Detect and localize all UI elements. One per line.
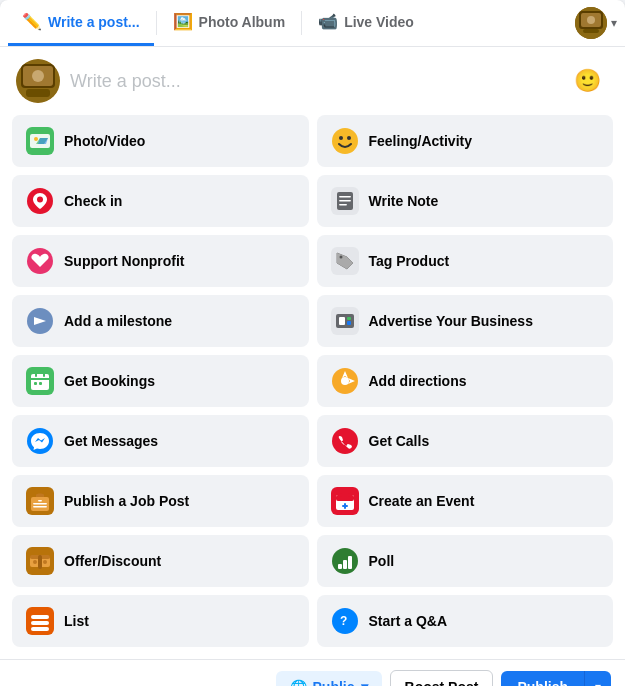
tab-divider-2 [301, 11, 302, 35]
svg-rect-73 [31, 627, 49, 631]
get-messages-icon [26, 427, 54, 455]
svg-rect-72 [31, 621, 49, 625]
svg-rect-71 [31, 615, 49, 619]
action-list[interactable]: List [12, 595, 309, 647]
action-support-nonprofit-label: Support Nonprofit [64, 253, 185, 269]
svg-rect-68 [343, 560, 347, 569]
svg-point-16 [339, 136, 343, 140]
svg-point-12 [34, 137, 38, 141]
tab-write-post[interactable]: ✏️ Write a post... [8, 0, 154, 46]
support-nonprofit-icon [26, 247, 54, 275]
action-publish-job-label: Publish a Job Post [64, 493, 189, 509]
public-label: Public [313, 679, 355, 686]
tag-product-icon [331, 247, 359, 275]
action-list-label: List [64, 613, 89, 629]
boost-post-button[interactable]: Boost Post [390, 670, 494, 686]
create-event-icon [331, 487, 359, 515]
svg-rect-38 [35, 372, 37, 377]
tab-photo-album[interactable]: 🖼️ Photo Album [159, 0, 300, 46]
action-tag-product-label: Tag Product [369, 253, 450, 269]
globe-icon: 🌐 [290, 679, 307, 686]
profile-avatar-small [575, 7, 607, 39]
public-chevron-icon: ▾ [361, 679, 368, 686]
svg-rect-24 [339, 204, 347, 206]
svg-rect-52 [33, 506, 47, 508]
action-advertise-business-label: Advertise Your Business [369, 313, 533, 329]
action-start-qa-label: Start a Q&A [369, 613, 448, 629]
start-qa-icon: ? [331, 607, 359, 635]
public-button[interactable]: 🌐 Public ▾ [276, 671, 382, 686]
action-photo-video[interactable]: Photo/Video [12, 115, 309, 167]
svg-point-27 [339, 256, 342, 259]
profile-area: ▾ [575, 7, 617, 39]
action-start-qa[interactable]: ? Start a Q&A [317, 595, 614, 647]
svg-point-47 [332, 428, 358, 454]
tab-live-video[interactable]: 📹 Live Video [304, 0, 428, 46]
live-video-icon: 📹 [318, 12, 338, 31]
add-milestone-icon [26, 307, 54, 335]
action-get-calls-label: Get Calls [369, 433, 430, 449]
action-get-messages[interactable]: Get Messages [12, 415, 309, 467]
profile-chevron-icon[interactable]: ▾ [611, 16, 617, 30]
action-add-milestone[interactable]: Add a milestone [12, 295, 309, 347]
photo-video-icon [26, 127, 54, 155]
action-write-note[interactable]: Write Note [317, 175, 614, 227]
svg-rect-40 [34, 382, 37, 385]
user-avatar [16, 59, 60, 103]
action-feeling-activity[interactable]: Feeling/Activity [317, 115, 614, 167]
action-support-nonprofit[interactable]: Support Nonprofit [12, 235, 309, 287]
photo-album-icon: 🖼️ [173, 12, 193, 31]
tab-write-post-label: Write a post... [48, 14, 140, 30]
svg-point-8 [32, 70, 44, 82]
add-directions-icon [331, 367, 359, 395]
svg-rect-39 [43, 372, 45, 377]
svg-rect-57 [348, 493, 350, 497]
svg-rect-34 [347, 317, 351, 320]
svg-rect-69 [348, 556, 352, 569]
svg-rect-4 [583, 29, 599, 33]
action-get-calls[interactable]: Get Calls [317, 415, 614, 467]
emoji-icon[interactable]: 🙂 [574, 68, 601, 94]
action-write-note-label: Write Note [369, 193, 439, 209]
publish-dropdown-button[interactable]: ▾ [584, 671, 611, 686]
action-check-in-label: Check in [64, 193, 122, 209]
action-check-in[interactable]: Check in [12, 175, 309, 227]
action-publish-job[interactable]: Publish a Job Post [12, 475, 309, 527]
bottom-bar: 🌐 Public ▾ Boost Post Publish ▾ [0, 659, 625, 686]
poll-icon [331, 547, 359, 575]
svg-point-65 [43, 560, 47, 564]
svg-rect-51 [33, 503, 47, 505]
post-text-input[interactable]: Write a post... [70, 71, 564, 92]
action-tag-product[interactable]: Tag Product [317, 235, 614, 287]
tab-divider-1 [156, 11, 157, 35]
get-bookings-icon [26, 367, 54, 395]
action-add-directions-label: Add directions [369, 373, 467, 389]
action-poll[interactable]: Poll [317, 535, 614, 587]
svg-point-64 [33, 560, 37, 564]
svg-rect-22 [339, 196, 351, 198]
svg-rect-55 [336, 495, 354, 501]
get-calls-icon [331, 427, 359, 455]
action-create-event[interactable]: Create an Event [317, 475, 614, 527]
tab-live-video-label: Live Video [344, 14, 414, 30]
svg-rect-33 [347, 321, 351, 325]
svg-rect-32 [339, 317, 345, 325]
action-advertise-business[interactable]: Advertise Your Business [317, 295, 614, 347]
svg-rect-63 [38, 555, 42, 569]
action-get-messages-label: Get Messages [64, 433, 158, 449]
write-note-icon [331, 187, 359, 215]
svg-point-3 [587, 16, 595, 24]
check-in-icon [26, 187, 54, 215]
publish-button-group: Publish ▾ [501, 671, 611, 686]
action-feeling-activity-label: Feeling/Activity [369, 133, 472, 149]
action-get-bookings-label: Get Bookings [64, 373, 155, 389]
action-offer-discount[interactable]: Offer/Discount [12, 535, 309, 587]
tab-photo-album-label: Photo Album [199, 14, 286, 30]
action-add-directions[interactable]: Add directions [317, 355, 614, 407]
action-get-bookings[interactable]: Get Bookings [12, 355, 309, 407]
svg-rect-37 [31, 378, 49, 380]
publish-button[interactable]: Publish [501, 671, 584, 686]
svg-rect-56 [340, 493, 342, 497]
svg-point-15 [332, 128, 358, 154]
feeling-activity-icon [331, 127, 359, 155]
